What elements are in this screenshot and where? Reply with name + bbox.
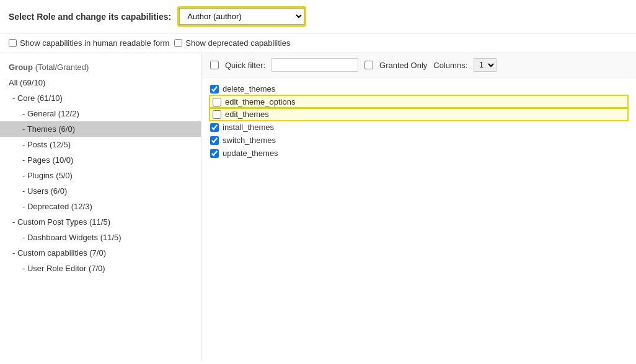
- select-role-label: Select Role and change its capabilities:: [9, 12, 171, 22]
- cap-items-container: delete_themesedit_theme_optionsedit_them…: [210, 82, 627, 160]
- cap-checkbox-3[interactable]: [210, 123, 219, 132]
- sidebar-item-9[interactable]: - Custom Post Types (11/5): [0, 214, 201, 230]
- cap-item-0: delete_themes: [210, 82, 627, 95]
- sidebar-item-4[interactable]: - Posts (12/5): [0, 137, 201, 152]
- sidebar-item-3[interactable]: - Themes (6/0): [0, 121, 201, 137]
- cap-name-4: switch_themes: [223, 136, 276, 145]
- cap-checkbox-0[interactable]: [210, 85, 219, 93]
- sidebar-item-7[interactable]: - Users (6/0): [0, 183, 201, 199]
- cap-item-1: edit_theme_options: [210, 96, 627, 108]
- main-container: Group (Total/Granted) All (69/10)- Core …: [0, 53, 636, 362]
- quick-filter-label: Quick filter:: [225, 61, 265, 70]
- cap-name-2: edit_themes: [225, 110, 269, 119]
- group-header: Group (Total/Granted): [0, 59, 201, 75]
- content-header: Quick filter: Granted Only Columns: 1234: [201, 53, 636, 77]
- cap-item-2: edit_themes: [210, 108, 627, 120]
- sidebar-item-1[interactable]: - Core (61/10): [0, 90, 201, 106]
- cap-checkbox-2[interactable]: [213, 110, 221, 119]
- cap-name-1: edit_theme_options: [225, 97, 295, 106]
- content-area: Quick filter: Granted Only Columns: 1234…: [201, 53, 636, 362]
- columns-label: Columns:: [433, 61, 467, 70]
- cap-name-0: delete_themes: [223, 84, 275, 93]
- sidebar-item-10[interactable]: - Dashboard Widgets (11/5): [0, 230, 201, 245]
- select-all-checkbox[interactable]: [210, 61, 219, 69]
- show-human-readable-label[interactable]: Show capabilities in human readable form: [9, 38, 169, 48]
- sidebar-item-6[interactable]: - Plugins (5/0): [0, 168, 201, 183]
- sidebar-item-2[interactable]: - General (12/2): [0, 106, 201, 121]
- top-bar: Select Role and change its capabilities:…: [0, 0, 636, 33]
- cap-list: delete_themesedit_theme_optionsedit_them…: [201, 77, 636, 165]
- sidebar-items-container: All (69/10)- Core (61/10)- General (12/2…: [0, 75, 201, 276]
- granted-only-checkbox[interactable]: [364, 61, 373, 69]
- granted-only-label: Granted Only: [379, 61, 427, 70]
- show-human-readable-checkbox[interactable]: [9, 39, 17, 47]
- sidebar: Group (Total/Granted) All (69/10)- Core …: [0, 53, 201, 362]
- cap-name-5: update_themes: [223, 149, 278, 158]
- cap-checkbox-1[interactable]: [213, 98, 221, 106]
- cap-checkbox-4[interactable]: [210, 136, 219, 145]
- columns-select[interactable]: 1234: [474, 58, 497, 72]
- cap-item-3: install_themes: [210, 121, 627, 134]
- cap-checkbox-5[interactable]: [210, 149, 219, 158]
- quick-filter-input[interactable]: [272, 58, 358, 72]
- sidebar-item-11[interactable]: - Custom capabilities (7/0): [0, 245, 201, 261]
- show-deprecated-checkbox[interactable]: [174, 39, 182, 47]
- cap-name-3: install_themes: [223, 123, 274, 132]
- show-deprecated-label[interactable]: Show deprecated capabilities: [174, 38, 290, 48]
- cap-item-4: switch_themes: [210, 134, 627, 147]
- role-select-wrapper: Author (author)Administrator (administra…: [177, 6, 306, 27]
- role-select[interactable]: Author (author)Administrator (administra…: [179, 8, 304, 25]
- sidebar-item-12[interactable]: - User Role Editor (7/0): [0, 261, 201, 276]
- cap-item-5: update_themes: [210, 147, 627, 160]
- sidebar-item-8[interactable]: - Deprecated (12/3): [0, 199, 201, 214]
- sidebar-item-0[interactable]: All (69/10): [0, 75, 201, 90]
- options-bar: Show capabilities in human readable form…: [0, 33, 636, 53]
- sidebar-item-5[interactable]: - Pages (10/0): [0, 152, 201, 168]
